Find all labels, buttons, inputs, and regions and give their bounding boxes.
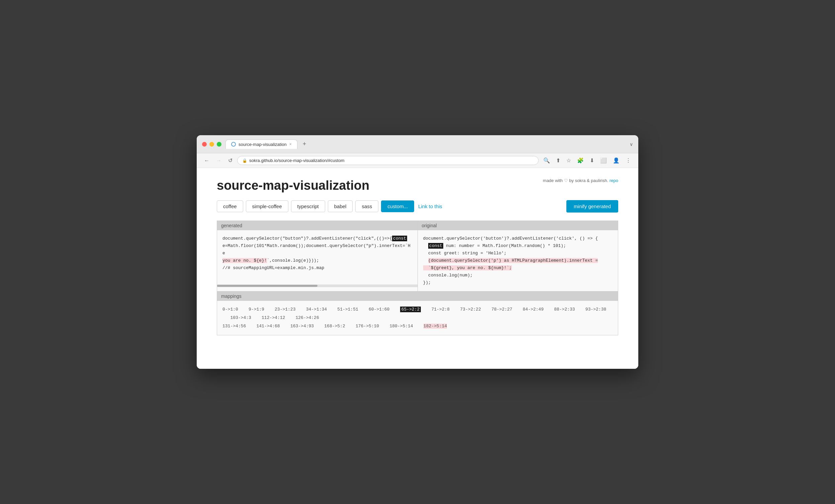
profile-button[interactable]: 👤 <box>611 156 622 165</box>
tab-title: source-map-visualization <box>239 142 287 147</box>
generated-code-highlight: you are no. ${e}! <box>222 258 267 263</box>
coffee-tab-button[interactable]: coffee <box>217 200 243 212</box>
menu-button[interactable]: ⋮ <box>624 156 633 165</box>
mapping-item: 73->2:22 <box>460 307 481 312</box>
search-button[interactable]: 🔍 <box>541 156 552 165</box>
page-title: source-map-visualization <box>217 178 369 194</box>
address-text: sokra.github.io/source-map-visualization… <box>249 158 345 163</box>
address-bar[interactable]: 🔒 sokra.github.io/source-map-visualizati… <box>237 156 538 165</box>
typescript-tab-button[interactable]: typescript <box>291 200 325 212</box>
const-highlight: const <box>392 236 407 241</box>
mapping-item: 23->1:23 <box>274 307 296 312</box>
made-with-credit: made with ♡ by sokra & paulirish. repo <box>543 178 618 183</box>
mapping-item: 163->4:93 <box>290 324 314 329</box>
reader-button[interactable]: ⬜ <box>598 156 609 165</box>
mapping-item: 0->1:0 <box>222 307 238 312</box>
bookmark-button[interactable]: ☆ <box>564 156 573 165</box>
download-button[interactable]: ⬇ <box>588 156 596 165</box>
mapping-item: 176->5:10 <box>355 324 379 329</box>
generated-scrollbar-thumb[interactable] <box>217 285 318 287</box>
code-panels: generated document.querySelector("button… <box>217 221 618 292</box>
mapping-item: 103->4:3 <box>230 315 251 320</box>
lock-icon: 🔒 <box>242 158 247 163</box>
nav-actions: 🔍 ⬆ ☆ 🧩 ⬇ ⬜ 👤 ⋮ <box>541 156 633 165</box>
const-highlight-original: const <box>428 243 443 249</box>
forward-button[interactable]: → <box>214 156 223 165</box>
mappings-header: mappings <box>217 291 618 301</box>
browser-window: source-map-visualization × + ∨ ← → ↺ 🔒 s… <box>197 135 638 369</box>
mapping-item: 34->1:34 <box>306 307 327 312</box>
mapping-item: 126->4:26 <box>296 315 319 320</box>
minimize-button[interactable] <box>209 142 214 146</box>
maximize-button[interactable] <box>217 142 222 146</box>
mapping-item: 84->2:49 <box>523 307 544 312</box>
made-with-prefix: made with <box>543 178 564 183</box>
generated-panel-header: generated <box>217 221 418 230</box>
mapping-item: 88->2:33 <box>554 307 575 312</box>
share-button[interactable]: ⬆ <box>554 156 562 165</box>
generated-code-prefix: document.querySelector("button")?.addEve… <box>222 236 410 270</box>
mapping-item: 131->4:56 <box>222 324 246 329</box>
repo-link[interactable]: repo <box>610 178 618 183</box>
mapping-item: 112->4:12 <box>262 315 285 320</box>
tab-more-button[interactable]: ∨ <box>630 142 633 147</box>
mapping-item: 180->5:14 <box>389 324 413 329</box>
original-code-highlight: (document.querySelector('p') as HTMLPara… <box>423 258 598 270</box>
simple-coffee-tab-button[interactable]: simple-coffee <box>246 200 288 212</box>
mappings-body: 0->1:0 9->1:9 23->1:23 34->1:34 51->1:51… <box>217 301 618 335</box>
sass-tab-button[interactable]: sass <box>355 200 378 212</box>
tab-globe-icon <box>231 142 236 146</box>
minify-generated-button[interactable]: minify generated <box>566 200 618 213</box>
tab-close-button[interactable]: × <box>289 142 292 146</box>
generated-panel: generated document.querySelector("button… <box>217 221 418 292</box>
active-tab[interactable]: source-map-visualization × <box>225 140 298 149</box>
mappings-section: mappings 0->1:0 9->1:9 23->1:23 34->1:34… <box>217 291 618 335</box>
original-panel: original document.querySelector('button'… <box>418 221 618 292</box>
toolbar: coffee simple-coffee typescript babel sa… <box>217 200 618 213</box>
extensions-button[interactable]: 🧩 <box>575 156 586 165</box>
generated-scrollbar[interactable] <box>217 284 418 287</box>
back-button[interactable]: ← <box>202 156 211 165</box>
mapping-item: 168->5:2 <box>324 324 345 329</box>
original-code: document.querySelector('button')?.addEve… <box>423 236 598 285</box>
title-bar: source-map-visualization × + ∨ <box>197 135 638 153</box>
close-button[interactable] <box>202 142 207 146</box>
heart-icon: ♡ <box>564 178 568 183</box>
custom-tab-button[interactable]: custom... <box>381 200 414 212</box>
original-panel-body: document.querySelector('button')?.addEve… <box>418 230 618 291</box>
mapping-item: 51->1:51 <box>337 307 358 312</box>
mapping-item: 141->4:68 <box>256 324 280 329</box>
mapping-item-highlight: 65->2:2 <box>400 306 421 312</box>
page-content: source-map-visualization made with ♡ by … <box>197 168 638 369</box>
reload-button[interactable]: ↺ <box>226 156 235 165</box>
mapping-item-pink: 182->5:14 <box>424 324 447 329</box>
mapping-item: 71->2:8 <box>431 307 450 312</box>
traffic-lights <box>202 142 222 146</box>
new-tab-button[interactable]: + <box>300 139 309 149</box>
mapping-item: 9->1:9 <box>248 307 264 312</box>
made-with-suffix: by sokra & paulirish. <box>568 178 609 183</box>
nav-bar: ← → ↺ 🔒 sokra.github.io/source-map-visua… <box>197 153 638 168</box>
link-to-this[interactable]: Link to this <box>418 203 442 209</box>
mapping-item: 60->1:60 <box>369 307 389 312</box>
generated-panel-body: document.querySelector("button")?.addEve… <box>217 230 418 284</box>
mapping-item: 78->2:27 <box>491 307 512 312</box>
original-panel-header: original <box>418 221 618 230</box>
mapping-item: 93->2:38 <box>586 307 606 312</box>
tab-bar: source-map-visualization × + ∨ <box>225 139 633 149</box>
page-header: source-map-visualization made with ♡ by … <box>217 178 618 194</box>
babel-tab-button[interactable]: babel <box>328 200 353 212</box>
